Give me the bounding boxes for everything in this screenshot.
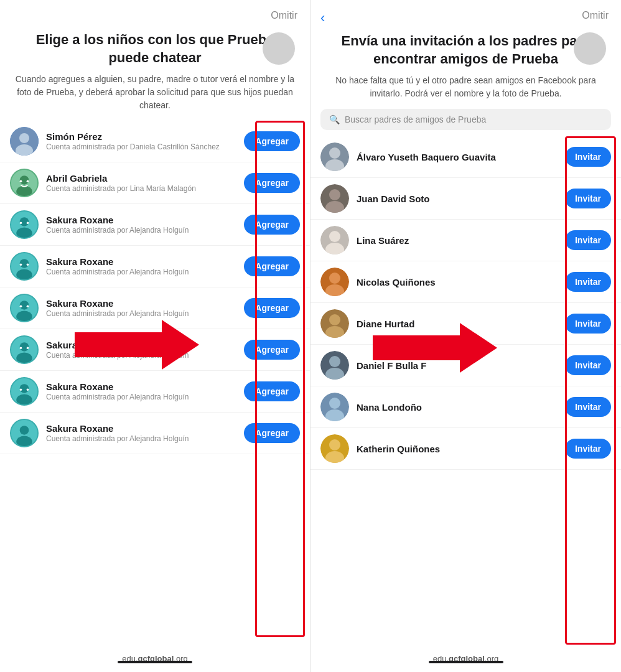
skip-button-left[interactable]: Omitir	[271, 10, 297, 21]
item-info-sakura3: Sakura Roxane Cuenta administrada por Al…	[46, 298, 236, 318]
svg-point-27	[20, 347, 22, 350]
avatar-abril	[10, 169, 39, 197]
item-name-sakura6: Sakura Roxane	[46, 423, 236, 434]
item-sub-sakura4: Cuenta administrada por Alejandra Holguí…	[46, 351, 236, 360]
item-name-lina: Lina Suárez	[357, 235, 558, 246]
item-info-nicolas: Nicolas Quiñones	[357, 277, 558, 287]
invite-button-nicolas[interactable]: Invitar	[565, 272, 611, 292]
svg-point-51	[329, 314, 340, 325]
item-name-sakura3: Sakura Roxane	[46, 298, 236, 309]
invite-button-alvaro[interactable]: Invitar	[565, 147, 611, 167]
list-item: Katherin Quiñones Invitar	[310, 428, 621, 470]
list-item: Sakura Roxane Cuenta administrada por Al…	[0, 329, 310, 371]
item-info-sakura1: Sakura Roxane Cuenta administrada por Al…	[46, 215, 236, 235]
invite-button-katherin[interactable]: Invitar	[565, 439, 611, 459]
svg-point-15	[20, 259, 29, 268]
search-bar[interactable]: 🔍 Buscar padres de amigos de Prueba	[320, 109, 611, 130]
svg-point-54	[329, 356, 340, 367]
list-item: Sakura Roxane Cuenta administrada por Al…	[0, 287, 310, 329]
list-item: Lina Suárez Invitar	[310, 220, 621, 261]
add-button-sakura6[interactable]: Agregar	[244, 423, 300, 443]
avatar-sakura4	[10, 335, 39, 364]
left-panel-subtitle: Cuando agregues a alguien, su padre, mad…	[0, 73, 310, 121]
search-placeholder-text: Buscar padres de amigos de Prueba	[345, 114, 486, 124]
svg-point-32	[20, 389, 22, 391]
item-info-simon: Simón Pérez Cuenta administrada por Dani…	[46, 131, 236, 151]
add-button-sakura3[interactable]: Agregar	[244, 298, 300, 318]
avatar-sakura3	[10, 294, 39, 322]
skip-button-right[interactable]: Omitir	[582, 10, 609, 21]
invite-button-diane[interactable]: Invitar	[565, 314, 611, 334]
list-item: Sakura Roxane Cuenta administrada por Al…	[0, 371, 310, 413]
underline-bar-left	[118, 661, 192, 663]
svg-point-25	[20, 342, 29, 352]
svg-point-11	[16, 228, 32, 239]
svg-point-31	[16, 394, 32, 406]
avatar-sakura5	[10, 377, 39, 406]
add-button-sakura5[interactable]: Agregar	[244, 381, 300, 401]
svg-point-22	[20, 306, 22, 308]
add-button-sakura4[interactable]: Agregar	[244, 340, 300, 360]
avatar-sakura1	[10, 210, 39, 239]
item-name-sakura1: Sakura Roxane	[46, 215, 236, 225]
avatar-katherin	[320, 434, 349, 463]
item-name-sakura5: Sakura Roxane	[46, 381, 236, 392]
left-header: Omitir	[0, 0, 310, 26]
invite-button-lina[interactable]: Invitar	[565, 230, 611, 250]
item-name-katherin: Katherin Quiñones	[357, 444, 558, 454]
add-button-abril[interactable]: Agregar	[244, 173, 300, 193]
back-button[interactable]: ‹	[320, 10, 325, 26]
svg-point-8	[27, 180, 29, 183]
list-item: Sakura Roxane Cuenta administrada por Al…	[0, 413, 310, 454]
avatar-nicolas	[320, 268, 349, 296]
svg-point-23	[27, 306, 29, 308]
invite-button-juan[interactable]: Invitar	[565, 189, 611, 208]
list-item: Juan David Soto Invitar	[310, 178, 621, 220]
list-item: Nana Londoño Invitar	[310, 386, 621, 428]
avatar-daniel	[320, 351, 349, 380]
invite-button-daniel[interactable]: Invitar	[565, 355, 611, 375]
item-name-simon: Simón Pérez	[46, 131, 236, 142]
svg-point-57	[329, 398, 340, 409]
svg-point-42	[329, 189, 340, 200]
watermark-left: edu.gcfglobal.org	[0, 654, 310, 663]
left-panel: Omitir Elige a los niños con los que Pru…	[0, 0, 310, 672]
item-name-diane: Diane Hurtad	[357, 319, 558, 329]
avatar-juan	[320, 184, 349, 213]
item-sub-sakura5: Cuenta administrada por Alejandra Holguí…	[46, 393, 236, 401]
left-list-container: Simón Pérez Cuenta administrada por Dani…	[0, 121, 310, 672]
right-list-container: Álvaro Yuseth Baquero Guavita Invitar Ju…	[310, 136, 621, 672]
right-panel-subtitle: No hace falta que tú y el otro padre sea…	[310, 74, 621, 109]
item-sub-sakura1: Cuenta administrada por Alejandra Holguí…	[46, 226, 236, 235]
item-name-nana: Nana Londoño	[357, 402, 558, 413]
item-info-alvaro: Álvaro Yuseth Baquero Guavita	[357, 152, 558, 162]
item-name-abril: Abril Gabriela	[46, 173, 236, 184]
watermark-right: edu.gcfglobal.org	[310, 654, 621, 663]
list-item: Abril Gabriela Cuenta administrada por L…	[0, 162, 310, 204]
svg-point-28	[27, 347, 29, 350]
item-sub-abril: Cuenta administrada por Lina María Malag…	[46, 184, 236, 193]
add-button-sakura1[interactable]: Agregar	[244, 215, 300, 235]
item-info-juan: Juan David Soto	[357, 194, 558, 204]
svg-point-6	[16, 186, 32, 197]
svg-point-26	[16, 353, 32, 364]
item-name-juan: Juan David Soto	[357, 194, 558, 204]
item-info-sakura5: Sakura Roxane Cuenta administrada por Al…	[46, 381, 236, 401]
invite-button-nana[interactable]: Invitar	[565, 397, 611, 417]
list-item: Diane Hurtad Invitar	[310, 303, 621, 345]
svg-point-21	[16, 311, 32, 322]
svg-point-20	[20, 301, 29, 310]
item-info-lina: Lina Suárez	[357, 235, 558, 246]
right-panel: ‹ Omitir Envía una invitación a los padr…	[310, 0, 621, 672]
item-sub-sakura6: Cuenta administrada por Alejandra Holguí…	[46, 434, 236, 443]
avatar-sakura6	[10, 419, 39, 447]
list-item: Sakura Roxane Cuenta administrada por Al…	[0, 246, 310, 287]
add-button-simon[interactable]: Agregar	[244, 131, 300, 151]
item-name-sakura2: Sakura Roxane	[46, 256, 236, 267]
search-icon: 🔍	[329, 114, 340, 124]
avatar-diane	[320, 309, 349, 338]
item-name-nicolas: Nicolas Quiñones	[357, 277, 558, 287]
svg-point-13	[27, 222, 29, 225]
svg-point-18	[27, 264, 29, 266]
add-button-sakura2[interactable]: Agregar	[244, 256, 300, 276]
